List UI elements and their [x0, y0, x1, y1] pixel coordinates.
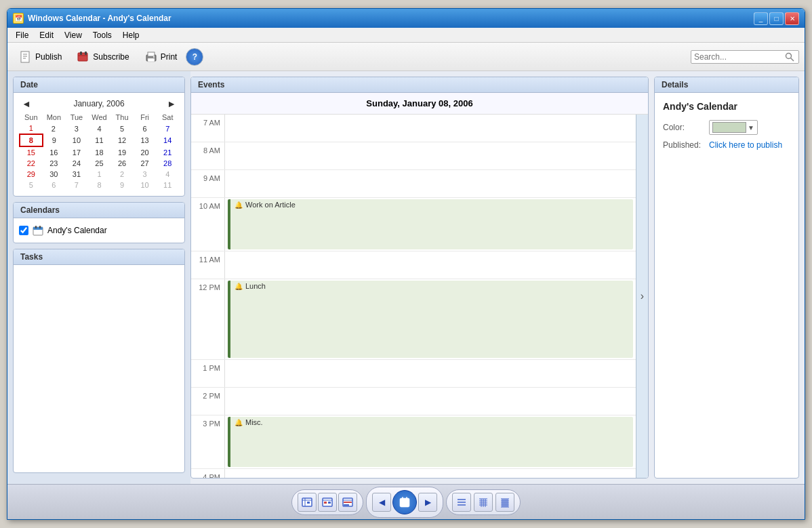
color-dropdown[interactable]: ▼: [709, 120, 758, 135]
time-content[interactable]: [225, 142, 636, 169]
calendar-day[interactable]: 2: [43, 123, 66, 134]
calendar-icon: [33, 225, 43, 236]
day-header-sat: Sat: [156, 112, 179, 123]
calendar-day[interactable]: 21: [156, 146, 179, 158]
menu-view[interactable]: View: [59, 29, 87, 41]
day-header-mon: Mon: [43, 112, 66, 123]
calendar-day[interactable]: 14: [156, 134, 179, 146]
svg-rect-24: [324, 502, 327, 504]
calendar-day[interactable]: 4: [156, 169, 179, 180]
calendar-day[interactable]: 7: [156, 123, 179, 134]
minimize-button[interactable]: _: [754, 12, 768, 25]
published-label: Published:: [663, 140, 704, 150]
calendar-day[interactable]: 6: [134, 123, 157, 134]
menu-file[interactable]: File: [10, 29, 34, 41]
calendar-day[interactable]: 27: [134, 158, 157, 169]
time-content[interactable]: [225, 170, 636, 197]
month-view-button[interactable]: [495, 493, 514, 512]
calendar-day[interactable]: 15: [20, 146, 43, 158]
event-title: Work on Article: [245, 201, 296, 209]
details-box: Details Andy's Calendar Color: ▼ Publish…: [654, 77, 799, 479]
calendar-day[interactable]: 13: [134, 134, 157, 146]
calendar-day[interactable]: 5: [20, 180, 43, 190]
week-view-button[interactable]: [474, 493, 493, 512]
calendar-day[interactable]: 16: [43, 146, 66, 158]
subscribe-button[interactable]: Subscribe: [70, 47, 135, 67]
close-button[interactable]: ✕: [785, 12, 799, 25]
publish-icon: [19, 50, 33, 64]
window-title: Windows Calendar - Andy's Calendar: [28, 14, 171, 23]
time-content[interactable]: 🔔Lunch: [225, 279, 636, 359]
nav-calendar3-button[interactable]: [338, 493, 357, 512]
time-content[interactable]: [225, 360, 636, 387]
calendar-day[interactable]: 5: [110, 123, 134, 134]
time-content[interactable]: [225, 469, 636, 478]
calendar-day[interactable]: 25: [88, 158, 111, 169]
calendar-day[interactable]: 12: [110, 134, 134, 146]
print-button[interactable]: Print: [138, 47, 184, 67]
calendar-day[interactable]: 23: [43, 158, 66, 169]
calendar-day[interactable]: 30: [43, 169, 66, 180]
calendar-day[interactable]: 17: [65, 146, 88, 158]
calendar-day[interactable]: 19: [110, 146, 134, 158]
day-view-button[interactable]: [392, 490, 417, 514]
calendar-day[interactable]: 9: [110, 180, 134, 190]
time-content[interactable]: 🔔Work on Article: [225, 198, 636, 251]
calendar-day[interactable]: 31: [65, 169, 88, 180]
prev-day-button[interactable]: ◀: [372, 493, 391, 512]
maximize-button[interactable]: □: [769, 12, 784, 25]
calendar-day[interactable]: 7: [65, 180, 88, 190]
calendar-day[interactable]: 8: [88, 180, 111, 190]
title-bar-left: 📅 Windows Calendar - Andy's Calendar: [13, 13, 171, 24]
nav-calendar2-button[interactable]: [318, 493, 337, 512]
event-title: Lunch: [245, 282, 266, 290]
event-block[interactable]: 🔔Lunch: [228, 281, 633, 358]
search-input[interactable]: [694, 52, 782, 62]
calendar-day[interactable]: 22: [20, 158, 43, 169]
time-content[interactable]: 🔔Misc.: [225, 415, 636, 468]
event-block[interactable]: 🔔Work on Article: [228, 199, 633, 249]
publish-link[interactable]: Click here to publish: [709, 140, 782, 150]
calendar-day[interactable]: 10: [134, 180, 157, 190]
next-month-button[interactable]: ►: [164, 98, 179, 109]
time-content[interactable]: [225, 388, 636, 415]
calendar-day[interactable]: 29: [20, 169, 43, 180]
help-button[interactable]: ?: [186, 48, 203, 66]
event-block[interactable]: 🔔Misc.: [228, 417, 633, 467]
calendar-day[interactable]: 9: [43, 134, 66, 146]
calendar-day[interactable]: 26: [110, 158, 134, 169]
expand-arrow-button[interactable]: ›: [636, 115, 648, 478]
day-icon: [399, 496, 411, 508]
calendar-day[interactable]: 6: [43, 180, 66, 190]
time-content[interactable]: [225, 115, 636, 142]
calendar-day[interactable]: 18: [88, 146, 111, 158]
calendar-day[interactable]: 3: [65, 123, 88, 134]
time-content[interactable]: [225, 251, 636, 279]
events-scrollable[interactable]: 7 AM8 AM9 AM10 AM🔔Work on Article11 AM12…: [191, 115, 636, 478]
menu-tools[interactable]: Tools: [87, 29, 117, 41]
menu-help[interactable]: Help: [117, 29, 145, 41]
prev-month-button[interactable]: ◄: [19, 98, 34, 109]
nav-calendar1-button[interactable]: [298, 493, 317, 512]
calendar-day[interactable]: 10: [65, 134, 88, 146]
calendar-day[interactable]: 24: [65, 158, 88, 169]
calendar-day[interactable]: 11: [156, 180, 179, 190]
svg-rect-5: [80, 52, 82, 55]
calendar-checkbox[interactable]: [19, 226, 28, 235]
publish-button[interactable]: Publish: [13, 47, 68, 67]
calendar-day[interactable]: 3: [134, 169, 157, 180]
calendar-day[interactable]: 28: [156, 158, 179, 169]
calendar-day[interactable]: 4: [88, 123, 111, 134]
next-day-button[interactable]: ▶: [418, 493, 437, 512]
calendars-section-header: Calendars: [14, 203, 184, 218]
calendar-day[interactable]: 2: [110, 169, 134, 180]
toolbar-search: [691, 50, 799, 64]
calendar-day[interactable]: 20: [134, 146, 157, 158]
calendar-day[interactable]: 11: [88, 134, 111, 146]
calendar-day[interactable]: 1: [20, 123, 43, 134]
events-wrapper: 7 AM8 AM9 AM10 AM🔔Work on Article11 AM12…: [191, 115, 648, 478]
menu-edit[interactable]: Edit: [34, 29, 59, 41]
calendar-day[interactable]: 8: [20, 134, 43, 146]
list-view-button[interactable]: [452, 493, 471, 512]
calendar-day[interactable]: 1: [88, 169, 111, 180]
